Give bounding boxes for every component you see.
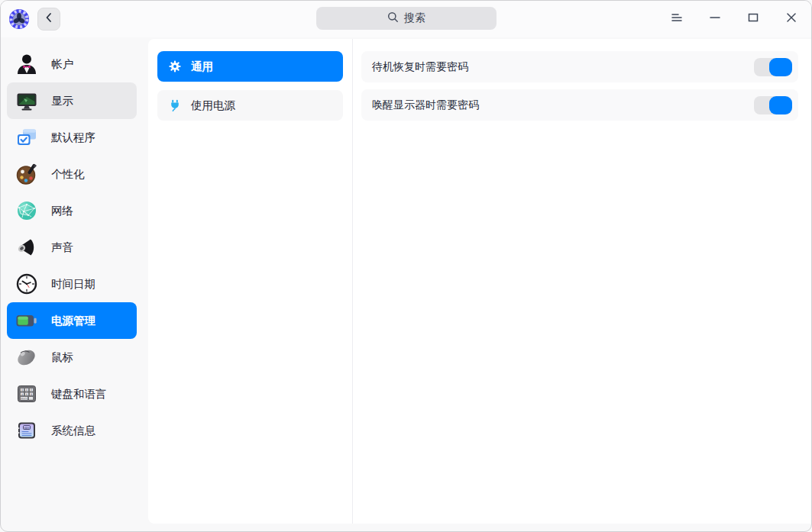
svg-text:D: D <box>31 393 32 396</box>
back-icon <box>44 12 54 26</box>
sidebar-item-label: 个性化 <box>51 167 85 182</box>
sidebar-item-label: 鼠标 <box>51 350 73 365</box>
keyboard-icon: QAE ASD Shift- <box>14 381 40 407</box>
svg-text:-: - <box>30 397 31 400</box>
sidebar-item-label: 时间日期 <box>51 277 95 292</box>
svg-text:E: E <box>31 389 32 392</box>
sidebar-item-label: 帐户 <box>51 57 73 72</box>
network-icon <box>14 198 40 224</box>
search-placeholder: 搜索 <box>404 11 425 25</box>
sidebar-item-keyboard[interactable]: QAE ASD Shift- 键盘和语言 <box>7 376 137 412</box>
svg-text:Shift: Shift <box>21 397 27 400</box>
tab-label: 通用 <box>191 60 213 74</box>
window-controls <box>668 10 801 28</box>
content-area: 通用 使用电源 待机恢复时需要密码 <box>148 39 811 524</box>
sidebar-item-sound[interactable]: 声音 <box>7 229 137 266</box>
mouse-icon <box>14 344 40 370</box>
sidebar-item-label: 键盘和语言 <box>51 387 107 401</box>
sidebar-item-personalization[interactable]: 个性化 <box>7 156 137 192</box>
toggle-knob <box>769 58 792 76</box>
close-button[interactable] <box>782 10 801 28</box>
sidebar-item-label: 默认程序 <box>51 131 95 145</box>
tab-label: 使用电源 <box>191 98 235 113</box>
datetime-icon <box>14 271 40 297</box>
sidebar-item-default-apps[interactable]: 默认程序 <box>7 119 137 156</box>
maximize-button[interactable] <box>744 10 762 28</box>
sidebar-item-label: 网络 <box>51 204 73 218</box>
sidebar-item-datetime[interactable]: 时间日期 <box>7 266 137 302</box>
sidebar-item-power[interactable]: 电源管理 <box>7 302 137 339</box>
display-icon <box>14 88 40 114</box>
setting-row-password-on-resume: 待机恢复时需要密码 <box>361 51 798 82</box>
svg-text:Q: Q <box>21 389 23 392</box>
tab-general[interactable]: 通用 <box>157 51 343 82</box>
toggle-knob <box>769 96 792 114</box>
minimize-button[interactable] <box>706 10 724 28</box>
personalization-icon <box>14 161 40 187</box>
power-icon <box>14 308 40 334</box>
sidebar-item-label: 声音 <box>51 240 73 255</box>
svg-text:A: A <box>26 389 27 392</box>
sidebar-item-label: 电源管理 <box>51 314 95 328</box>
sidebar-item-mouse[interactable]: 鼠标 <box>7 339 137 376</box>
sidebar-item-label: 系统信息 <box>51 424 95 438</box>
gear-icon <box>169 60 181 73</box>
setting-label: 唤醒显示器时需要密码 <box>372 98 479 112</box>
svg-text:S: S <box>26 393 27 396</box>
back-button[interactable] <box>37 8 60 31</box>
app-logo-icon <box>8 8 30 30</box>
system-info-icon: UOS <box>14 418 40 443</box>
default-apps-icon <box>14 124 40 150</box>
setting-label: 待机恢复时需要密码 <box>372 60 468 74</box>
titlebar: 搜索 <box>1 1 811 37</box>
sidebar-item-network[interactable]: 网络 <box>7 192 137 229</box>
sidebar-item-display[interactable]: 显示 <box>7 82 137 119</box>
menu-button[interactable] <box>668 10 686 28</box>
svg-text:A: A <box>21 393 23 396</box>
close-icon <box>785 11 798 27</box>
sound-icon <box>14 234 40 260</box>
toggle-password-on-resume[interactable] <box>754 58 792 76</box>
search-input[interactable]: 搜索 <box>316 7 497 30</box>
maximize-icon <box>746 11 760 27</box>
minimize-icon <box>708 11 722 27</box>
power-section-nav: 通用 使用电源 <box>148 39 353 524</box>
sidebar: 帐户 显示 默认程序 <box>1 37 143 531</box>
setting-row-password-on-wake-display: 唤醒显示器时需要密码 <box>361 89 798 121</box>
search-icon <box>387 11 399 25</box>
tab-on-power[interactable]: 使用电源 <box>157 90 343 121</box>
power-general-settings: 待机恢复时需要密码 唤醒显示器时需要密码 <box>353 39 811 524</box>
menu-icon <box>670 11 684 27</box>
sidebar-item-label: 显示 <box>51 94 73 108</box>
account-icon <box>14 51 40 77</box>
plug-icon <box>169 99 181 111</box>
toggle-password-on-wake-display[interactable] <box>754 96 792 114</box>
sidebar-item-accounts[interactable]: 帐户 <box>7 46 137 82</box>
control-center-window: { "app": { "accent": "#0081ff" }, "title… <box>0 0 812 532</box>
svg-text:UOS: UOS <box>24 426 31 430</box>
sidebar-item-system-info[interactable]: UOS 系统信息 <box>7 412 137 449</box>
